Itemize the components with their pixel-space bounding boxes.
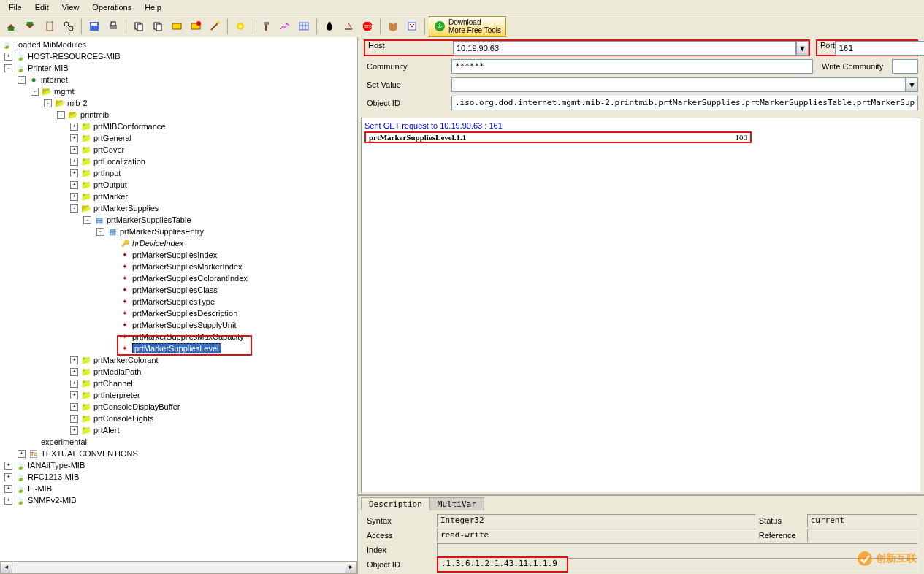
expand-icon[interactable]: + — [70, 146, 78, 154]
node-hrdevidx[interactable]: hrDeviceIndex — [132, 239, 183, 248]
menu-help[interactable]: Help — [139, 1, 167, 13]
wand-icon[interactable] — [206, 18, 224, 35]
paste-icon[interactable] — [149, 18, 167, 35]
unload-mib-icon[interactable] — [22, 18, 39, 35]
collapse-icon[interactable]: - — [57, 111, 65, 119]
collapse-icon[interactable]: - — [31, 88, 39, 96]
collapse-icon[interactable]: - — [18, 76, 26, 84]
expand-icon[interactable]: + — [70, 380, 78, 388]
collapse-icon[interactable]: - — [4, 64, 12, 72]
node-input[interactable]: prtInput — [93, 169, 121, 177]
expand-icon[interactable]: + — [70, 158, 78, 166]
node-msindex[interactable]: prtMarkerSuppliesIndex — [132, 250, 217, 259]
expand-icon[interactable]: + — [70, 403, 78, 411]
host-input[interactable] — [453, 41, 796, 56]
book-icon[interactable] — [384, 18, 402, 35]
menu-operations[interactable]: Operations — [86, 1, 137, 13]
node-mediapath[interactable]: prtMediaPath — [93, 367, 141, 376]
node-printermib[interactable]: Printer-MIB — [28, 64, 69, 72]
stop-icon[interactable]: STOP — [359, 18, 376, 35]
mib-tree[interactable]: Loaded MibModules +HOST-RESOURCES-MIB -P… — [0, 37, 357, 508]
hammer-icon[interactable] — [257, 18, 275, 35]
find-icon[interactable] — [60, 18, 77, 35]
objectid-input[interactable] — [451, 96, 918, 110]
tab-multivar[interactable]: MultiVar — [429, 497, 484, 510]
bug-icon[interactable] — [321, 18, 338, 35]
node-alert[interactable]: prtAlert — [93, 426, 119, 435]
node-channel[interactable]: prtChannel — [93, 379, 133, 388]
node-cdbuffer[interactable]: prtConsoleDisplayBuffer — [93, 402, 180, 411]
node-markercolorant[interactable]: prtMarkerColorant — [93, 356, 159, 364]
node-output[interactable]: prtOutput — [93, 180, 127, 189]
node-hostres[interactable]: HOST-RESOURCES-MIB — [28, 52, 121, 61]
node-conformance[interactable]: prtMIBConformance — [93, 122, 165, 131]
node-mssupplyunit[interactable]: prtMarkerSuppliesSupplyUnit — [132, 321, 236, 329]
node-mstable[interactable]: prtMarkerSuppliesTable — [107, 215, 191, 224]
node-mgmt[interactable]: mgmt — [54, 87, 75, 96]
expand-icon[interactable]: + — [70, 356, 78, 364]
tab-description[interactable]: Description — [361, 497, 430, 510]
node-msmarkeridx[interactable]: prtMarkerSuppliesMarkerIndex — [132, 262, 242, 271]
chevron-down-icon[interactable]: ▼ — [796, 41, 809, 56]
download-button[interactable]: Download More Free Tools — [429, 16, 506, 37]
node-marker[interactable]: prtMarker — [93, 192, 128, 201]
node-localization[interactable]: prtLocalization — [93, 157, 145, 166]
clear-icon[interactable] — [403, 18, 421, 35]
setvalue-input[interactable] — [451, 77, 906, 92]
node-textconv[interactable]: TEXTUAL CONVENTIONS — [41, 449, 138, 458]
expand-icon[interactable]: + — [70, 368, 78, 376]
table-icon[interactable] — [295, 18, 313, 35]
expand-icon[interactable]: + — [4, 497, 12, 505]
node-markersupplies[interactable]: prtMarkerSupplies — [93, 204, 159, 213]
copy-icon[interactable] — [130, 18, 148, 35]
collapse-icon[interactable]: - — [96, 228, 104, 236]
writecommunity-input[interactable] — [892, 59, 918, 74]
node-mib2[interactable]: mib-2 — [67, 99, 88, 107]
collapse-icon[interactable]: - — [83, 216, 91, 224]
expand-icon[interactable]: + — [70, 134, 78, 142]
load-mib-icon[interactable] — [3, 18, 20, 35]
menu-edit[interactable]: Edit — [29, 1, 55, 13]
node-rfc1213[interactable]: RFC1213-MIB — [28, 472, 79, 481]
menu-view[interactable]: View — [56, 1, 85, 13]
node-msentry[interactable]: prtMarkerSuppliesEntry — [120, 227, 204, 236]
graph-icon[interactable] — [276, 18, 294, 35]
gear-icon[interactable] — [232, 18, 249, 35]
step-icon[interactable] — [340, 18, 357, 35]
expand-icon[interactable]: + — [70, 181, 78, 189]
port-input[interactable] — [835, 41, 924, 56]
expand-icon[interactable]: + — [70, 426, 78, 435]
chevron-down-icon[interactable]: ▼ — [906, 77, 918, 92]
expand-icon[interactable]: + — [4, 53, 12, 61]
node-experimental[interactable]: experimental — [41, 437, 87, 446]
node-interpreter[interactable]: prtInterpreter — [93, 391, 140, 399]
collapse-icon[interactable]: - — [44, 99, 52, 107]
expand-icon[interactable]: + — [70, 391, 78, 399]
node-internet[interactable]: internet — [41, 75, 68, 84]
scroll-right-icon[interactable]: ► — [345, 562, 357, 573]
node-mscoloridx[interactable]: prtMarkerSuppliesColorantIndex — [132, 274, 248, 283]
node-cover[interactable]: prtCover — [93, 145, 124, 154]
node-mstype[interactable]: prtMarkerSuppliesType — [132, 297, 215, 306]
expand-icon[interactable]: + — [18, 450, 26, 458]
node-msclass[interactable]: prtMarkerSuppliesClass — [132, 286, 218, 294]
print-icon[interactable] — [104, 18, 122, 35]
node-ifmib[interactable]: IF-MIB — [28, 484, 52, 493]
cut-icon[interactable] — [168, 18, 186, 35]
expand-icon[interactable]: + — [4, 473, 12, 481]
setvalue-combo[interactable]: ▼ — [451, 77, 918, 92]
community-input[interactable] — [451, 59, 813, 74]
clipboard-icon[interactable] — [41, 18, 58, 35]
tool-icon[interactable] — [187, 18, 205, 35]
menu-file[interactable]: File — [3, 1, 28, 13]
expand-icon[interactable]: + — [70, 415, 78, 423]
horizontal-scrollbar[interactable]: ◄► — [0, 561, 357, 573]
host-combo[interactable]: ▼ — [453, 41, 809, 55]
node-ianaif[interactable]: IANAifType-MIB — [28, 461, 85, 470]
expand-icon[interactable]: + — [70, 169, 78, 177]
save-icon[interactable] — [85, 18, 103, 35]
node-printmib[interactable]: printmib — [80, 110, 109, 119]
expand-icon[interactable]: + — [4, 462, 12, 470]
expand-icon[interactable]: + — [70, 123, 78, 131]
expand-icon[interactable]: + — [4, 485, 12, 493]
